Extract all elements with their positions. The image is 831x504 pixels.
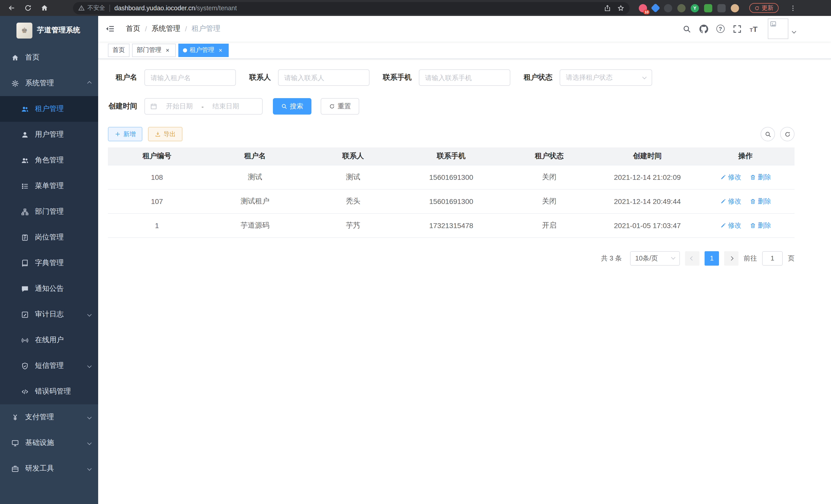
create-time-range-picker[interactable]: 开始日期 - 结束日期 [144,98,263,115]
sidebar-fold-icon[interactable] [105,24,115,33]
status-label: 租户状态 [524,73,552,82]
phone-input[interactable] [419,69,510,86]
delete-link[interactable]: 删除 [749,197,771,206]
edit-link[interactable]: 修改 [720,221,741,230]
help-icon[interactable]: ? [716,25,724,33]
sidebar-item-sms-management[interactable]: 短信管理 [0,353,98,379]
tenant-name-input[interactable] [144,69,236,86]
cell-created: 2021-12-14 21:02:09 [598,165,696,189]
toggle-search-button[interactable] [761,127,775,141]
sidebar-item-notice[interactable]: 通知公告 [0,276,98,302]
share-icon[interactable] [604,4,611,11]
sidebar-item-dict-management[interactable]: 字典管理 [0,250,98,276]
bookmark-star-icon[interactable] [617,4,624,11]
url-text[interactable]: dashboard.yudao.iocoder.cn/system/tenant [114,4,237,11]
sidebar-item-post-management[interactable]: 岗位管理 [0,225,98,250]
filter-row-1: 租户名 联系人 联系手机 租户状态 请选择租户状态 [108,69,795,86]
font-size-icon[interactable]: TT [749,24,757,33]
sidebar-item-home[interactable]: 首页 [0,45,98,70]
search-icon[interactable] [682,24,691,33]
breadcrumb-item[interactable]: 首页 [126,24,140,33]
sidebar-item-dev-tools[interactable]: 研发工具 [0,456,98,481]
trash-icon [749,174,756,180]
search-button[interactable]: 搜索 [273,98,311,115]
browser-update-button[interactable]: 更新 [749,3,779,13]
sidebar-item-user-management[interactable]: 用户管理 [0,122,98,147]
page-number-button[interactable]: 1 [705,251,719,265]
sidebar-item-role-management[interactable]: 角色管理 [0,147,98,173]
column-header: 联系手机 [402,147,500,165]
export-button[interactable]: 导出 [148,127,182,141]
breadcrumb-separator: / [185,25,187,33]
profile-avatar-icon[interactable] [731,4,739,12]
edit-link[interactable]: 修改 [720,172,741,182]
chevron-down-icon [87,313,92,317]
extension-icon[interactable] [664,4,672,12]
contact-input[interactable] [278,69,370,86]
goto-page-input[interactable] [762,251,783,265]
github-icon[interactable] [699,24,708,33]
cell-tenant-name: 测试 [206,165,304,189]
not-secure-label[interactable]: 不安全 [87,4,105,12]
close-icon[interactable]: × [217,47,224,54]
not-secure-warning-icon[interactable] [78,5,85,11]
edit-link[interactable]: 修改 [720,197,741,206]
logo[interactable]: ♚ 芋道管理系统 [0,16,98,45]
audit-log-icon [21,310,29,318]
extensions-puzzle-icon[interactable] [717,4,726,12]
delete-link[interactable]: 删除 [749,221,771,230]
extension-icon[interactable] [704,4,712,12]
sidebar-item-infrastructure[interactable]: 基础设施 [0,430,98,456]
browser-menu-kebab-icon[interactable] [787,2,799,14]
close-icon[interactable]: × [164,47,171,54]
trash-icon [749,222,756,228]
tab-tenant-management[interactable]: 租户管理 × [178,43,229,57]
prev-page-button[interactable] [685,251,699,265]
cell-contact: 秃头 [304,189,402,213]
extension-icon[interactable] [677,4,686,12]
sidebar-item-dept-management[interactable]: 部门管理 [0,199,98,225]
sidebar-item-tenant-management[interactable]: 租户管理 [0,96,98,122]
avatar[interactable] [768,19,789,39]
add-button[interactable]: 新增 [108,127,142,141]
sidebar-item-payment[interactable]: 支付管理 [0,404,98,430]
screen: 不安全 dashboard.yudao.iocoder.cn/system/te… [0,0,831,504]
status-select[interactable]: 请选择租户状态 [560,69,652,86]
chevron-down-icon [87,467,92,471]
browser-back-button[interactable] [5,2,18,14]
tab-home[interactable]: 首页 [108,43,130,57]
user-avatar-menu[interactable] [768,19,796,39]
tab-dept-management[interactable]: 部门管理 × [132,43,176,57]
sidebar-item-audit-log[interactable]: 审计日志 [0,302,98,327]
sidebar-item-label: 研发工具 [25,464,54,473]
page-size-select[interactable]: 10条/页 [630,251,680,265]
refresh-table-button[interactable] [780,127,795,141]
fullscreen-icon[interactable] [733,24,741,33]
badge-icon [21,234,29,241]
sidebar-item-system-management[interactable]: 系统管理 [0,70,98,96]
next-page-button[interactable] [724,251,739,265]
extension-icon[interactable] [651,3,660,13]
search-icon [765,131,771,138]
extension-icon[interactable]: Y [691,4,699,12]
update-label: 更新 [762,4,773,12]
sidebar-item-label: 部门管理 [35,207,64,216]
breadcrumb-item[interactable]: 系统管理 [152,24,180,33]
cell-tenant-name: 测试租户 [206,189,304,213]
cell-operations: 修改删除 [696,213,795,237]
sidebar-item-error-code[interactable]: 错误码管理 [0,379,98,404]
reset-button[interactable]: 重置 [321,98,359,115]
url-domain: dashboard.yudao.iocoder.cn [114,4,195,11]
signal-icon [21,336,29,344]
address-bar[interactable]: 不安全 dashboard.yudao.iocoder.cn/system/te… [73,2,630,14]
browser-home-button[interactable] [38,2,50,14]
sidebar-item-menu-management[interactable]: 菜单管理 [0,173,98,199]
cell-phone: 17321315478 [402,213,500,237]
code-icon [21,388,29,395]
delete-link[interactable]: 删除 [749,172,771,182]
navbar-actions: ? TT [682,19,796,39]
navbar: 首页 / 系统管理 / 租户管理 ? TT [98,16,831,41]
browser-reload-button[interactable] [22,2,34,14]
sidebar-item-online-users[interactable]: 在线用户 [0,327,98,353]
extension-icon[interactable]: 10 [639,4,647,12]
